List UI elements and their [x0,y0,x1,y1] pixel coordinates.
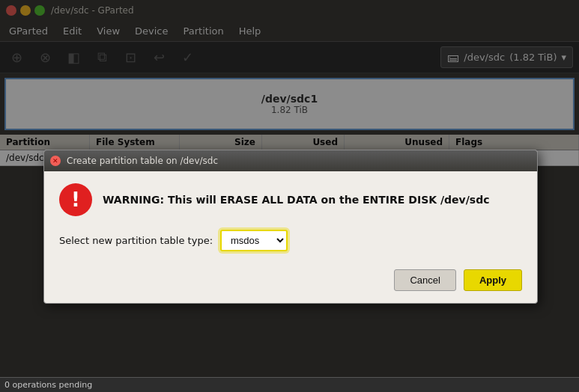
dialog-body: ! WARNING: This will ERASE ALL DATA on t… [44,171,537,303]
create-partition-dialog: ✕ Create partition table on /dev/sdc ! W… [43,150,538,304]
dialog-buttons: Cancel Apply [59,266,522,291]
dialog-warning-row: ! WARNING: This will ERASE ALL DATA on t… [59,183,522,216]
operations-pending: 0 operations pending [4,380,92,390]
dialog-select-label: Select new partition table type: [59,235,213,246]
dialog-titlebar: ✕ Create partition table on /dev/sdc [44,150,537,171]
modal-overlay: ✕ Create partition table on /dev/sdc ! W… [0,0,579,392]
statusbar: 0 operations pending [0,377,579,392]
cancel-button[interactable]: Cancel [394,269,455,291]
dialog-warning-text: WARNING: This will ERASE ALL DATA on the… [103,194,489,206]
dialog-close-button[interactable]: ✕ [50,156,61,166]
dialog-select-row: Select new partition table type: msdos g… [59,230,522,251]
dialog-title: Create partition table on /dev/sdc [67,156,218,166]
warning-icon: ! [59,183,92,216]
partition-type-select[interactable]: msdos gpt aix amiga bsd dvh loop mac pc9… [220,230,288,251]
apply-button[interactable]: Apply [464,269,522,291]
